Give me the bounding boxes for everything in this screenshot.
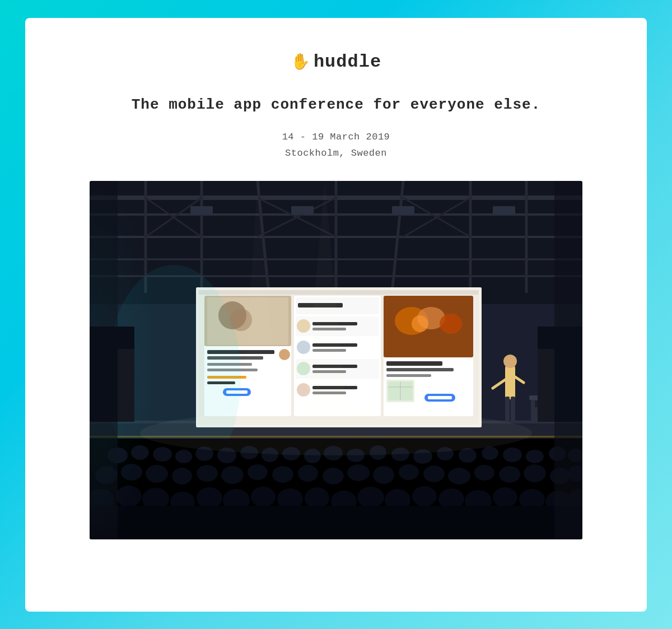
svg-point-121 bbox=[323, 468, 344, 484]
svg-point-107 bbox=[482, 446, 498, 460]
svg-rect-22 bbox=[392, 206, 414, 215]
svg-point-118 bbox=[248, 464, 268, 480]
svg-point-122 bbox=[347, 464, 370, 481]
svg-point-123 bbox=[373, 466, 394, 484]
svg-point-109 bbox=[526, 450, 544, 463]
svg-point-127 bbox=[474, 465, 494, 481]
svg-rect-78 bbox=[199, 290, 479, 295]
svg-point-128 bbox=[499, 466, 520, 483]
svg-point-120 bbox=[298, 465, 318, 482]
svg-point-126 bbox=[448, 468, 470, 484]
svg-point-108 bbox=[503, 448, 522, 462]
svg-rect-77 bbox=[428, 396, 452, 399]
svg-rect-159 bbox=[538, 349, 554, 422]
svg-rect-83 bbox=[511, 397, 515, 422]
svg-rect-71 bbox=[386, 374, 431, 377]
svg-rect-82 bbox=[505, 397, 510, 422]
svg-point-129 bbox=[524, 464, 546, 482]
svg-rect-69 bbox=[386, 361, 442, 366]
svg-point-68 bbox=[412, 315, 428, 332]
svg-point-47 bbox=[297, 319, 310, 333]
svg-point-138 bbox=[251, 487, 276, 507]
logo-text: huddle bbox=[314, 52, 381, 72]
svg-point-144 bbox=[412, 486, 437, 506]
logo-hand-icon: ✋ bbox=[291, 54, 310, 69]
svg-point-38 bbox=[279, 349, 290, 360]
svg-point-142 bbox=[357, 487, 384, 508]
svg-rect-80 bbox=[505, 366, 515, 399]
svg-point-124 bbox=[399, 464, 419, 480]
tagline: The mobile app conference for everyone e… bbox=[132, 95, 541, 115]
logo-area: ✋ huddle bbox=[291, 52, 381, 72]
svg-rect-21 bbox=[291, 206, 314, 215]
conference-image bbox=[90, 181, 582, 539]
svg-rect-23 bbox=[493, 206, 515, 215]
svg-rect-158 bbox=[118, 349, 134, 422]
svg-point-106 bbox=[459, 448, 477, 463]
conference-svg bbox=[90, 181, 582, 539]
main-card: ✋ huddle The mobile app conference for e… bbox=[25, 18, 647, 612]
svg-point-119 bbox=[272, 466, 293, 483]
svg-point-147 bbox=[493, 487, 517, 507]
svg-point-140 bbox=[305, 487, 329, 509]
svg-point-51 bbox=[297, 341, 310, 354]
event-date: 14 - 19 March 2019 bbox=[282, 132, 390, 142]
svg-rect-70 bbox=[386, 368, 454, 371]
svg-point-67 bbox=[440, 314, 462, 334]
event-location: Stockholm, Sweden bbox=[285, 148, 387, 159]
svg-point-125 bbox=[423, 465, 445, 482]
svg-point-81 bbox=[503, 355, 517, 368]
